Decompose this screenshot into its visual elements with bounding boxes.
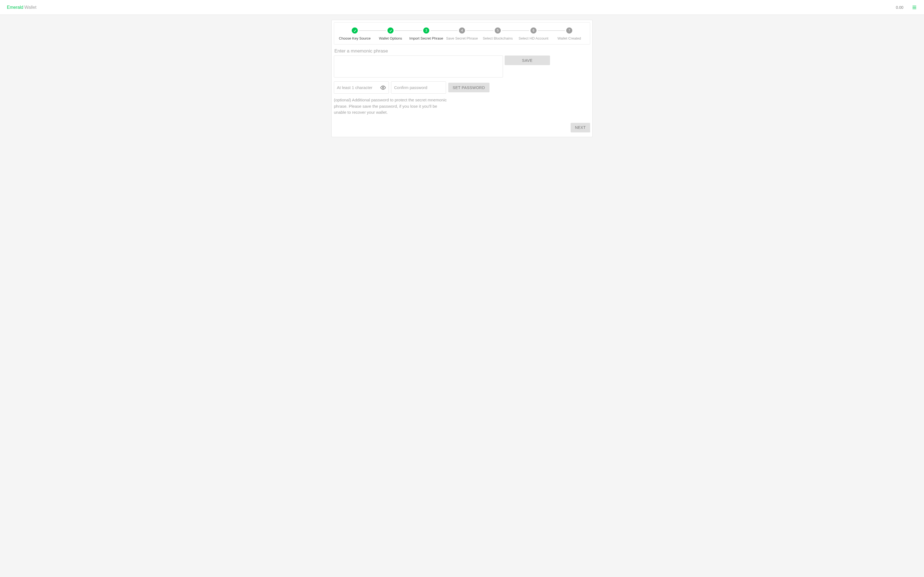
confirm-password-input[interactable] [391, 81, 446, 94]
step-choose-key-source: Choose Key Source [337, 27, 373, 40]
step-label: Select Blockchains [483, 36, 513, 40]
password-help-text: (optional) Additional password to protec… [334, 97, 449, 116]
step-circle-pending: 5 [495, 27, 501, 34]
step-circle-pending: 4 [459, 27, 465, 34]
eye-icon[interactable] [380, 85, 386, 91]
step-label: Wallet Created [557, 36, 581, 40]
step-select-hd-account: 6 Select HD Account [515, 27, 551, 40]
menu-icon[interactable] [912, 5, 917, 10]
step-label: Choose Key Source [339, 36, 371, 40]
step-save-secret-phrase: 4 Save Secret Phrase [444, 27, 480, 40]
mnemonic-label: Enter a mnemonic phrase [334, 48, 590, 54]
logo: Emerald Wallet [7, 5, 36, 10]
password-row: SET PASSWORD [334, 81, 590, 94]
stepper: Choose Key Source Wallet Options 3 Impor… [337, 27, 587, 40]
step-circle-active: 3 [423, 27, 429, 34]
password-wrap [334, 81, 389, 94]
step-label: Wallet Options [379, 36, 402, 40]
mnemonic-row: SAVE [334, 55, 590, 77]
header-right: 0.00 [896, 5, 917, 10]
logo-secondary: Wallet [24, 5, 37, 10]
set-password-button[interactable]: SET PASSWORD [448, 83, 489, 92]
step-circle-completed [388, 27, 394, 34]
step-wallet-created: 7 Wallet Created [551, 27, 587, 40]
form-body: Enter a mnemonic phrase SAVE SET PAS [332, 45, 592, 137]
step-circle-pending: 6 [530, 27, 536, 34]
step-label: Import Secret Phrase [409, 36, 443, 40]
wizard-card: Choose Key Source Wallet Options 3 Impor… [331, 20, 593, 137]
step-select-blockchains: 5 Select Blockchains [480, 27, 515, 40]
mnemonic-input[interactable] [334, 55, 503, 77]
content-wrapper: Choose Key Source Wallet Options 3 Impor… [0, 15, 924, 137]
logo-primary: Emerald [7, 5, 23, 10]
step-label: Select HD Account [519, 36, 548, 40]
step-wallet-options: Wallet Options [373, 27, 409, 40]
save-button[interactable]: SAVE [505, 55, 550, 65]
svg-point-3 [382, 87, 384, 89]
step-import-secret-phrase: 3 Import Secret Phrase [409, 27, 444, 40]
step-circle-completed [352, 27, 358, 34]
stepper-container: Choose Key Source Wallet Options 3 Impor… [334, 22, 590, 45]
app-header: Emerald Wallet 0.00 [0, 0, 924, 15]
step-circle-pending: 7 [566, 27, 572, 34]
balance-display: 0.00 [896, 5, 903, 10]
step-label: Save Secret Phrase [446, 36, 478, 40]
next-button[interactable]: NEXT [570, 123, 590, 132]
footer-row: NEXT [334, 123, 590, 132]
